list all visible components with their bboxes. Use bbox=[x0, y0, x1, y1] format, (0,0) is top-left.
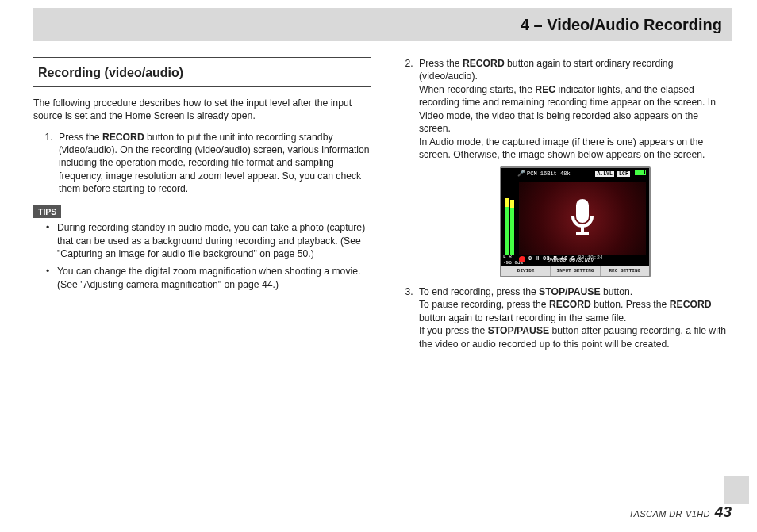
softkey-divide: DIVIDE bbox=[501, 266, 551, 276]
device-format-group: 🎤 PCM 16Bit 48k bbox=[517, 170, 571, 178]
device-screenshot: 🎤 PCM 16Bit 48k A.LVL LCF bbox=[500, 166, 651, 277]
tip-1: During recording standby in audio mode, … bbox=[49, 221, 371, 260]
chapter-title: 4 – Video/Audio Recording bbox=[521, 16, 722, 34]
step-2: Press the RECORD button again to start o… bbox=[416, 57, 732, 277]
page-footer: TASCAM DR-V1HD 43 bbox=[33, 503, 732, 521]
tip-2: You can change the digital zoom magnific… bbox=[49, 265, 371, 291]
battery-icon bbox=[635, 170, 646, 175]
s3b: STOP/PAUSE bbox=[539, 286, 600, 297]
s3e: RECORD bbox=[549, 299, 591, 310]
device-softkey-row: DIVIDE INPUT SETTING REC SETTING bbox=[501, 266, 649, 276]
s3i: If you press the bbox=[419, 325, 488, 336]
device-badges: A.LVL LCF bbox=[595, 170, 646, 178]
step-1: Press the RECORD button to put the unit … bbox=[56, 131, 371, 196]
large-microphone-icon bbox=[564, 196, 601, 242]
step1-bold: RECORD bbox=[102, 132, 144, 143]
section-rule-top bbox=[33, 57, 371, 58]
s2e: REC bbox=[535, 84, 555, 95]
s3c: button. bbox=[601, 286, 633, 297]
left-column: Recording (video/audio) The following pr… bbox=[33, 57, 371, 357]
microphone-icon: 🎤 bbox=[517, 170, 525, 178]
footer-page-number: 43 bbox=[715, 503, 732, 521]
steps-list-right: Press the RECORD button again to start o… bbox=[394, 57, 732, 350]
chapter-header-band: 4 – Video/Audio Recording bbox=[33, 8, 732, 41]
s2b: RECORD bbox=[463, 58, 505, 69]
s3j: STOP/PAUSE bbox=[488, 325, 549, 336]
level-meters bbox=[505, 184, 516, 255]
meter-r bbox=[510, 200, 514, 255]
softkey-input-setting: INPUT SETTING bbox=[551, 266, 600, 276]
device-top-bar: 🎤 PCM 16Bit 48k A.LVL LCF bbox=[517, 170, 646, 179]
s3g: RECORD bbox=[670, 299, 712, 310]
right-column: Press the RECORD button again to start o… bbox=[394, 57, 732, 357]
s3f: button. Press the bbox=[591, 299, 670, 310]
s2g: In Audio mode, the captured image (if th… bbox=[419, 136, 705, 160]
device-screenshot-wrap: 🎤 PCM 16Bit 48k A.LVL LCF bbox=[419, 166, 732, 277]
record-indicator-icon bbox=[519, 256, 525, 262]
s3a: To end recording, press the bbox=[419, 286, 539, 297]
s3h: button again to restart recording in the… bbox=[419, 312, 627, 323]
lcf-badge: LCF bbox=[617, 171, 630, 177]
alvl-badge: A.LVL bbox=[595, 171, 614, 177]
content-columns: Recording (video/audio) The following pr… bbox=[33, 57, 732, 357]
section-rule-bottom bbox=[33, 86, 371, 87]
tips-list: During recording standby in audio mode, … bbox=[33, 221, 371, 291]
steps-list-left: Press the RECORD button to put the unit … bbox=[33, 131, 371, 196]
device-filename: DR0000_0078.wav bbox=[548, 258, 594, 265]
tips-label: TIPS bbox=[33, 205, 61, 218]
s2a: Press the bbox=[419, 58, 463, 69]
step1-text-a: Press the bbox=[59, 132, 102, 143]
device-photo-area bbox=[519, 182, 646, 255]
section-heading: Recording (video/audio) bbox=[33, 64, 371, 82]
meter-l bbox=[505, 198, 509, 255]
page-edge-band bbox=[724, 476, 749, 504]
softkey-rec-setting: REC SETTING bbox=[601, 266, 649, 276]
s3d: To pause recording, press the bbox=[419, 299, 549, 310]
step-3: To end recording, press the STOP/PAUSE b… bbox=[416, 285, 732, 350]
device-format: PCM 16Bit 48k bbox=[527, 170, 571, 178]
s2d: When recording starts, the bbox=[419, 84, 535, 95]
intro-paragraph: The following procedure describes how to… bbox=[33, 97, 371, 123]
footer-model: TASCAM DR-V1HD bbox=[628, 509, 710, 519]
manual-page: { "chapter": "4 – Video/Audio Recording"… bbox=[0, 0, 757, 532]
